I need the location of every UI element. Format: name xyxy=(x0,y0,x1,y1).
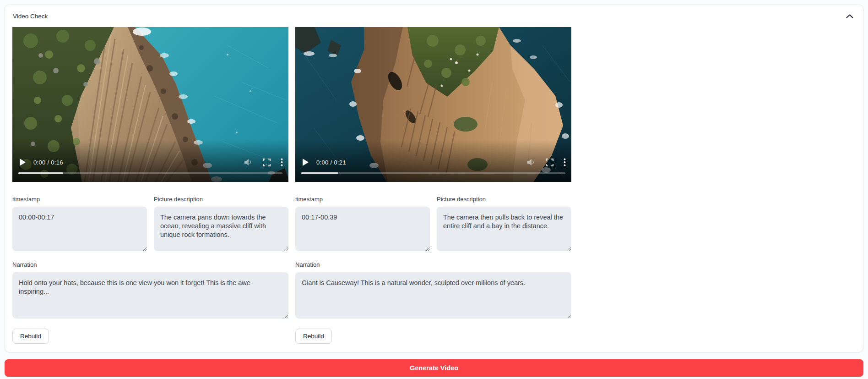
timestamp-field: timestamp xyxy=(12,196,147,251)
video-time-display: 0:00 / 0:16 xyxy=(33,159,63,166)
collapse-panel-button[interactable] xyxy=(844,13,855,19)
video-player-2[interactable]: 0:00 / 0:21 xyxy=(295,27,571,182)
rebuild-button[interactable]: Rebuild xyxy=(12,329,49,344)
narration-label: Narration xyxy=(12,261,288,268)
generate-video-button[interactable]: Generate Video xyxy=(5,359,863,377)
picture-description-field: Picture description xyxy=(437,196,571,251)
timestamp-label: timestamp xyxy=(295,196,430,203)
video-progress-bar[interactable] xyxy=(18,172,282,174)
video-buffered-segment xyxy=(301,172,338,174)
volume-icon[interactable] xyxy=(526,158,536,167)
play-icon[interactable] xyxy=(19,159,26,166)
scenes-row: 0:00 / 0:16 xyxy=(12,27,856,344)
overflow-menu-icon[interactable] xyxy=(281,158,283,166)
timestamp-label: timestamp xyxy=(12,196,147,203)
fields-row: timestamp Picture description xyxy=(12,196,288,251)
video-progress-bar[interactable] xyxy=(301,172,565,174)
scene-1: 0:00 / 0:16 xyxy=(12,27,288,344)
video-controls-bar: 0:00 / 0:21 xyxy=(302,156,566,168)
overflow-menu-icon[interactable] xyxy=(564,158,566,166)
timestamp-field: timestamp xyxy=(295,196,430,251)
narration-label: Narration xyxy=(295,261,571,268)
fields-row: timestamp Picture description xyxy=(295,196,571,251)
video-time-display: 0:00 / 0:21 xyxy=(316,159,346,166)
video-player-1[interactable]: 0:00 / 0:16 xyxy=(12,27,288,182)
chevron-up-icon xyxy=(846,14,853,18)
narration-input[interactable] xyxy=(295,272,571,319)
page: Video Check xyxy=(5,5,863,377)
video-controls-bar: 0:00 / 0:16 xyxy=(19,156,283,168)
fullscreen-icon[interactable] xyxy=(263,159,271,166)
narration-input[interactable] xyxy=(12,272,288,319)
narration-field: Narration xyxy=(295,261,571,319)
picture-description-label: Picture description xyxy=(154,196,288,203)
panel-title: Video Check xyxy=(13,13,48,20)
timestamp-input[interactable] xyxy=(295,207,430,251)
video-check-panel: Video Check xyxy=(5,5,863,352)
picture-description-input[interactable] xyxy=(437,207,571,251)
scene-2: 0:00 / 0:21 xyxy=(295,27,571,344)
picture-description-input[interactable] xyxy=(154,207,288,251)
picture-description-label: Picture description xyxy=(437,196,571,203)
rebuild-button[interactable]: Rebuild xyxy=(295,329,332,344)
play-icon[interactable] xyxy=(302,159,309,166)
timestamp-input[interactable] xyxy=(12,207,147,251)
video-buffered-segment xyxy=(18,172,63,174)
panel-header: Video Check xyxy=(13,13,855,20)
picture-description-field: Picture description xyxy=(154,196,288,251)
volume-icon[interactable] xyxy=(244,158,253,167)
fullscreen-icon[interactable] xyxy=(546,159,553,166)
narration-field: Narration xyxy=(12,261,288,319)
